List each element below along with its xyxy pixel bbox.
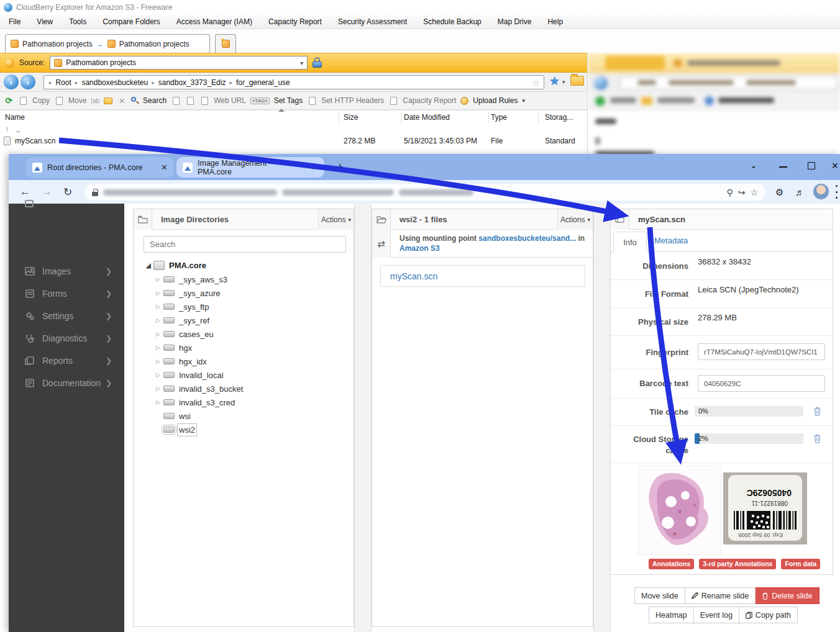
reload-icon[interactable]: ↻: [63, 186, 72, 199]
column-storage[interactable]: Storag...: [545, 113, 573, 122]
zoom-icon[interactable]: ⚲: [726, 187, 733, 197]
tree-item-sys-ftp[interactable]: ▷_sys_ftp: [134, 300, 354, 314]
rename-icon[interactable]: |ab: [91, 97, 99, 104]
column-modified[interactable]: Date Modified: [404, 113, 450, 122]
tree-item-wsi2-selected[interactable]: wsi2: [134, 423, 354, 436]
forward-icon[interactable]: →: [42, 186, 52, 198]
menu-map-drive[interactable]: Map Drive: [498, 17, 532, 26]
upload-rules-button[interactable]: Upload Rules: [473, 96, 518, 105]
event-log-button[interactable]: Event log: [694, 607, 739, 623]
expand-icon[interactable]: ▷: [156, 372, 162, 378]
cloudberry-tab-active[interactable]: Pathomation projects → Pathomation proje…: [5, 34, 210, 53]
copy-path-button[interactable]: Copy path: [739, 607, 798, 623]
expand-icon[interactable]: ▷: [156, 317, 162, 323]
tree-item-sys-aws-s3[interactable]: ▷_sys_aws_s3: [134, 273, 354, 286]
expand-icon[interactable]: ▷: [156, 358, 162, 364]
bookmark-star-icon[interactable]: ☆: [750, 187, 758, 197]
search-button[interactable]: Search: [143, 96, 167, 105]
expand-icon[interactable]: ▷: [156, 345, 162, 351]
grid-icon[interactable]: [173, 97, 180, 105]
menu-view[interactable]: View: [37, 17, 53, 26]
tree-item-hgx[interactable]: ▷hgx: [134, 341, 354, 354]
menu-file[interactable]: File: [9, 17, 21, 26]
amazon-s3-link[interactable]: Amazon S3: [399, 244, 440, 253]
expand-icon[interactable]: ▷: [156, 304, 162, 310]
barcode-input[interactable]: [698, 375, 825, 392]
set-http-headers-button[interactable]: Set HTTP Headers: [321, 96, 384, 105]
mount-link[interactable]: sandboxesbucketeu/sand...: [478, 234, 576, 243]
fingerprint-input[interactable]: [698, 343, 825, 360]
collapse-icon[interactable]: ◢: [146, 262, 152, 269]
tree-item-invalid-s3-bucket[interactable]: ▷invalid_s3_bucket: [134, 382, 354, 395]
move-slide-button[interactable]: Move slide: [634, 587, 685, 604]
menu-schedule-backup[interactable]: Schedule Backup: [423, 17, 481, 26]
third-party-annotations-badge[interactable]: 3-rd party Annotations: [699, 559, 776, 569]
sidebar-item-settings[interactable]: Settings ❯: [9, 307, 124, 325]
extensions-puzzle-icon[interactable]: ⚙: [775, 187, 783, 198]
clear-tile-cache-trash-icon[interactable]: [813, 407, 821, 416]
browser-menu-icon[interactable]: [835, 185, 838, 199]
copy-button[interactable]: Copy: [32, 96, 50, 105]
table-row-myscan[interactable]: myScan.scn 278.2 MB 5/18/2021 3:45:03 PM…: [0, 135, 587, 148]
column-name[interactable]: Name: [5, 113, 25, 122]
close-tab-icon[interactable]: ✕: [311, 163, 318, 172]
tree-item-invalid-s3-cred[interactable]: ▷invalid_s3_cred: [134, 395, 354, 409]
minimize-button[interactable]: [779, 166, 787, 168]
tab-metadata[interactable]: Metadata: [654, 236, 688, 245]
favorites-caret-icon[interactable]: ▾: [562, 79, 565, 85]
web-url-button[interactable]: Web URL: [214, 96, 246, 105]
search-input[interactable]: [144, 236, 346, 253]
menu-capacity-report[interactable]: Capacity Report: [268, 17, 322, 26]
browser-tab-root-directories[interactable]: Root directories - PMA.core ✕: [26, 157, 174, 178]
sidebar-item-diagnostics[interactable]: Diagnostics ❯: [9, 329, 124, 348]
favorite-outline-icon[interactable]: ☆: [532, 78, 540, 89]
menu-access-manager[interactable]: Access Manager (IAM): [176, 17, 252, 26]
tree-item-sys-ref[interactable]: ▷_sys_ref: [134, 314, 354, 327]
column-size[interactable]: Size: [344, 113, 358, 122]
tree-item-sys-azure[interactable]: ▷_sys_azure: [134, 286, 354, 300]
tree-item-invalid-local[interactable]: ▷Invalid_local: [134, 368, 354, 382]
menu-tools[interactable]: Tools: [69, 17, 86, 26]
preview-icon[interactable]: [187, 97, 194, 105]
maximize-button[interactable]: [808, 162, 815, 169]
menu-security-assessment[interactable]: Security Assessment: [338, 17, 407, 26]
barcode-thumbnail[interactable]: Exp: 09 Sep 2008 08819221-11 04050629C: [723, 472, 807, 544]
new-tab-button[interactable]: +: [332, 159, 348, 175]
forward-button[interactable]: ›: [21, 74, 35, 89]
crumb-root[interactable]: Root: [56, 78, 71, 87]
tree-item-wsi[interactable]: wsi: [134, 409, 354, 423]
expand-icon[interactable]: ▷: [156, 386, 162, 392]
delete-icon[interactable]: ✕: [117, 96, 127, 106]
slide-thumbnail[interactable]: [638, 465, 721, 555]
back-icon[interactable]: ←: [20, 186, 30, 198]
close-tab-icon[interactable]: ✕: [161, 163, 168, 172]
open-folder-button[interactable]: [570, 76, 584, 86]
expand-icon[interactable]: ▷: [156, 331, 162, 337]
tab-search-icon[interactable]: ⌄: [750, 160, 757, 170]
sidebar-item-documentation[interactable]: Documentation ❯: [9, 374, 124, 392]
sidebar-item-forms[interactable]: Forms ❯: [9, 284, 124, 303]
new-folder-icon[interactable]: [104, 97, 112, 104]
tab-info[interactable]: Info: [613, 232, 647, 253]
crumb-folder[interactable]: for_general_use: [236, 78, 290, 87]
expand-icon[interactable]: ▷: [156, 276, 162, 282]
browser-tab-image-management[interactable]: Image Management - PMA.core ✕: [176, 157, 324, 178]
source-select[interactable]: Pathomation projects ▾: [50, 56, 308, 70]
site-lock-icon[interactable]: [92, 189, 98, 196]
address-bar[interactable]: ⚲ ↪ ☆: [84, 184, 765, 201]
media-controls-icon[interactable]: ♬: [795, 187, 805, 197]
file-list-item-myscan[interactable]: myScan.scn: [380, 265, 585, 287]
expand-icon[interactable]: ▷: [156, 290, 162, 296]
lock-icon[interactable]: [313, 57, 322, 68]
refresh-icon[interactable]: ⟳: [4, 96, 14, 106]
tree-root-pma-core[interactable]: ◢ PMA.core: [134, 258, 354, 273]
files-actions-button[interactable]: Actions▾: [557, 209, 593, 230]
table-row-up[interactable]: ↑ ..: [0, 124, 587, 137]
share-icon[interactable]: ↪: [738, 187, 746, 197]
new-tab-button[interactable]: ✦: [215, 34, 236, 53]
heatmap-button[interactable]: Heatmap: [649, 607, 694, 623]
move-button[interactable]: Move: [68, 96, 86, 105]
tree-item-hgx-idx[interactable]: ▷hgx_idx: [134, 354, 354, 368]
set-tags-button[interactable]: Set Tags: [274, 96, 303, 105]
column-type[interactable]: Type: [491, 113, 507, 122]
